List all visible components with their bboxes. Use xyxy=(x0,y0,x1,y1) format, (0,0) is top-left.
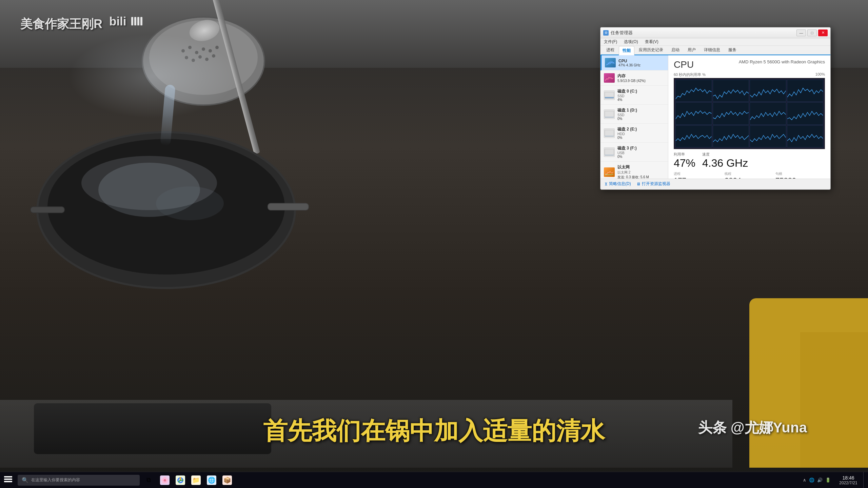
task-view-button[interactable]: ⧉ xyxy=(141,473,156,488)
disk2-sidebar-icon xyxy=(604,128,615,138)
close-button[interactable]: ✕ xyxy=(818,29,828,36)
sidebar-item-disk0[interactable]: 磁盘 0 (C:) SSD 4% xyxy=(600,86,668,105)
net-sidebar-sublabel: 以太网 2 xyxy=(617,170,665,175)
svg-rect-23 xyxy=(131,17,133,25)
cpu-core-graph-8 xyxy=(787,102,824,124)
cpu-core-graph-9 xyxy=(675,125,712,147)
taskbar-right: ∧ 🌐 🔊 🔋 18:46 2022/7/21 xyxy=(800,472,868,488)
tab-details[interactable]: 详细信息 xyxy=(700,45,724,55)
mem-sidebar-label: 内存 xyxy=(617,73,665,79)
svg-rect-19 xyxy=(268,203,309,210)
taskbar-item-app1[interactable]: 🌐 xyxy=(204,473,219,488)
cpu-core-graph-2 xyxy=(713,80,749,102)
volume-tray-icon[interactable]: 🔊 xyxy=(817,477,823,483)
graph-label: 60 秒内的利用率 % xyxy=(674,72,706,77)
tab-startup[interactable]: 启动 xyxy=(668,45,683,55)
app2-icon: 📦 xyxy=(222,475,232,485)
show-desktop-button[interactable] xyxy=(863,472,865,488)
cpu-core-graph-5 xyxy=(675,102,712,124)
disk3-sidebar-label: 磁盘 3 (F:) xyxy=(617,145,665,151)
battery-tray-icon[interactable]: 🔋 xyxy=(825,477,831,483)
threads-label: 线程 xyxy=(725,171,774,176)
bottom-right-watermark: 头条 @尤娜Yuna xyxy=(698,418,807,437)
cpu-core-graph-3 xyxy=(750,80,786,102)
tab-users[interactable]: 用户 xyxy=(684,45,699,55)
summary-info-link[interactable]: ⊻ 简略信息(D) xyxy=(605,181,631,187)
bilibili-logo-text: bili xyxy=(109,14,143,35)
creator-name-text: 美食作家王刚R xyxy=(20,16,102,33)
cpu-sidebar-value: 47% 4.36 GHz xyxy=(618,63,665,67)
disk1-sidebar-icon xyxy=(604,109,615,119)
cpu-big-metrics: 利用率 47% 速度 4.36 GHz xyxy=(674,152,825,169)
start-button[interactable] xyxy=(0,472,16,488)
disk2-sidebar-sublabel: HDD xyxy=(617,132,665,136)
task-view-icon: ⧉ xyxy=(144,475,153,485)
taskbar-item-flower[interactable]: 🌸 xyxy=(157,473,172,488)
sidebar-item-disk2[interactable]: 磁盘 2 (E:) HDD 0% xyxy=(600,124,668,143)
graph-header: 60 秒内的利用率 % 100% xyxy=(674,72,825,77)
network-tray-icon[interactable]: 🌐 xyxy=(809,477,814,483)
tab-processes[interactable]: 进程 xyxy=(603,45,618,55)
cpu-core-graph-1 xyxy=(675,80,712,102)
menu-options[interactable]: 选项(O) xyxy=(623,38,639,45)
tm-title: 任务管理器 xyxy=(611,30,633,36)
mem-sidebar-value: 5.9/13.9 GB (42%) xyxy=(617,79,665,83)
memory-sidebar-icon xyxy=(604,73,615,83)
net-sidebar-value: 发送: 0.3 接收: 5.6 M xyxy=(617,175,665,179)
monitor-label: 打开资源监视器 xyxy=(642,181,670,187)
flower-icon: 🌸 xyxy=(160,475,170,485)
summary-icon: ⊻ xyxy=(605,182,608,186)
menubar: 文件(F) 选项(O) 查看(V) xyxy=(600,38,830,46)
sidebar-item-disk1[interactable]: 磁盘 1 (D:) SSD 0% xyxy=(600,105,668,124)
maximize-button[interactable]: □ xyxy=(807,29,817,36)
svg-text:bili: bili xyxy=(109,15,126,28)
menu-view[interactable]: 查看(V) xyxy=(644,38,660,45)
disk0-sidebar-value: 4% xyxy=(617,98,665,102)
open-monitor-link[interactable]: 🖥 打开资源监视器 xyxy=(636,181,670,187)
disk1-sidebar-sublabel: SSD xyxy=(617,113,665,117)
disk0-sidebar-sublabel: SSD xyxy=(617,94,665,98)
cpu-core-graph-6 xyxy=(713,102,749,124)
processes-metric: 进程 177 xyxy=(674,171,723,179)
svg-point-17 xyxy=(81,156,217,210)
minimize-button[interactable]: — xyxy=(796,29,806,36)
taskbar-item-browser[interactable] xyxy=(173,473,188,488)
process-metrics-row: 进程 177 线程 2824 句柄 75889 xyxy=(674,171,825,179)
processes-value: 177 xyxy=(674,176,723,179)
svg-rect-18 xyxy=(31,207,64,213)
window-controls: — □ ✕ xyxy=(796,29,828,36)
taskbar-search[interactable]: 🔍 在这里输入你要搜索的内容 xyxy=(18,475,140,486)
main-content: CPU 47% 4.36 GHz 内存 5.9/13.9 GB (42%) xyxy=(600,55,830,179)
cpu-processor-name: AMD Ryzen 5 5600G with Radeon Graphics xyxy=(739,59,825,64)
sidebar-item-memory[interactable]: 内存 5.9/13.9 GB (42%) xyxy=(600,70,668,86)
disk3-sidebar-icon xyxy=(604,147,615,157)
taskbar-apps: 🌸 📁 🌐 📦 xyxy=(157,473,235,488)
utilization-value: 47% xyxy=(674,157,695,169)
cpu-core-graph-12 xyxy=(787,125,824,147)
handles-metric: 句柄 75889 xyxy=(775,171,825,179)
search-placeholder-text: 在这里输入你要搜索的内容 xyxy=(31,477,80,483)
sidebar-item-disk3[interactable]: 磁盘 3 (F:) USB 0% xyxy=(600,143,668,162)
disk3-sidebar-value: 0% xyxy=(617,155,665,159)
utilization-label: 利用率 xyxy=(674,152,695,157)
taskbar-item-explorer[interactable]: 📁 xyxy=(189,473,203,488)
tab-services[interactable]: 服务 xyxy=(725,45,740,55)
menu-file[interactable]: 文件(F) xyxy=(603,38,618,45)
svg-rect-24 xyxy=(134,17,136,25)
clock-time: 18:46 xyxy=(842,475,854,481)
tab-bar: 进程 性能 应用历史记录 启动 用户 详细信息 服务 xyxy=(600,46,830,55)
svg-rect-25 xyxy=(137,17,139,25)
tab-performance[interactable]: 性能 xyxy=(619,46,634,55)
cpu-sidebar-label: CPU xyxy=(618,59,665,63)
disk2-sidebar-label: 磁盘 2 (E:) xyxy=(617,126,665,132)
graph-max: 100% xyxy=(815,72,825,77)
taskbar-item-app2[interactable]: 📦 xyxy=(220,473,235,488)
tab-app-history[interactable]: 应用历史记录 xyxy=(635,45,667,55)
tray-arrow-icon[interactable]: ∧ xyxy=(803,477,806,483)
net-sidebar-label: 以太网 xyxy=(617,164,665,170)
taskbar: 🔍 在这里输入你要搜索的内容 ⧉ 🌸 📁 xyxy=(0,472,868,488)
cpu-detail-header: CPU AMD Ryzen 5 5600G with Radeon Graphi… xyxy=(674,59,825,70)
clock[interactable]: 18:46 2022/7/21 xyxy=(835,472,862,488)
sidebar-item-network[interactable]: 以太网 以太网 2 发送: 0.3 接收: 5.6 M xyxy=(600,162,668,179)
sidebar-item-cpu[interactable]: CPU 47% 4.36 GHz xyxy=(600,55,668,70)
